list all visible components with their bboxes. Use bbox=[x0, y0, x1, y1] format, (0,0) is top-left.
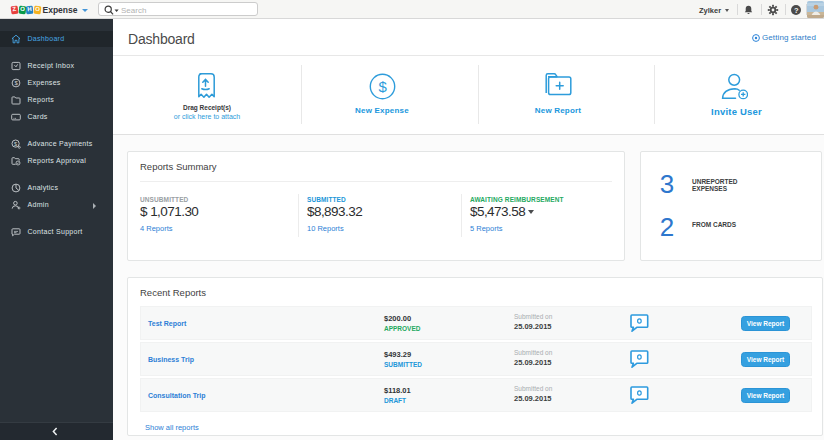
svg-text:?: ? bbox=[794, 6, 799, 15]
svg-text:$: $ bbox=[379, 78, 388, 95]
svg-text:$: $ bbox=[14, 80, 18, 86]
svg-text:$: $ bbox=[14, 141, 18, 147]
